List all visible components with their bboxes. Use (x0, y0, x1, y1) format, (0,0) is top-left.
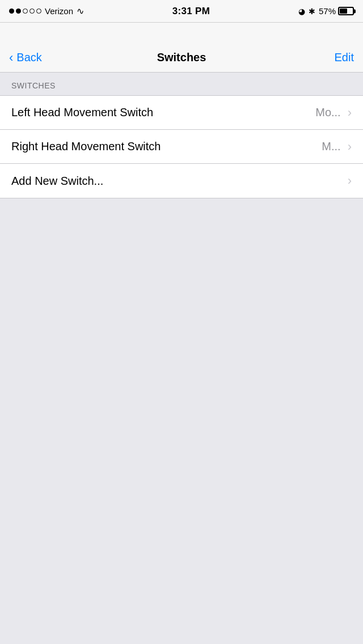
list-item-right: Mo... › (315, 106, 352, 119)
list-item-left: Right Head Movement Switch (11, 140, 322, 153)
battery-fill (340, 9, 347, 14)
battery-percent: 57% (319, 6, 336, 16)
back-label: Back (16, 51, 41, 64)
chevron-right-icon: › (348, 107, 352, 119)
bluetooth-icon: ✱ (309, 7, 315, 16)
signal-strength (9, 9, 41, 14)
signal-dot-2 (16, 9, 21, 14)
switches-list: Left Head Movement Switch Mo... › Right … (0, 95, 363, 198)
back-button[interactable]: ‹ Back (9, 51, 54, 64)
list-item-title: Right Head Movement Switch (11, 140, 161, 153)
list-item-title: Left Head Movement Switch (11, 106, 153, 119)
list-item[interactable]: Left Head Movement Switch Mo... › (0, 96, 363, 130)
status-time: 3:31 PM (172, 6, 210, 17)
nav-bar: ‹ Back Switches Edit (0, 23, 363, 73)
list-item-right: M... › (322, 140, 352, 153)
back-chevron-icon: ‹ (9, 52, 13, 64)
list-item-value: Mo... (315, 106, 340, 119)
battery-icon (338, 7, 354, 15)
background-area (0, 198, 363, 643)
edit-button[interactable]: Edit (309, 51, 354, 64)
signal-dot-4 (29, 9, 35, 14)
list-item-right: › (348, 175, 352, 187)
signal-dot-1 (9, 9, 14, 14)
page-title: Switches (54, 51, 309, 64)
signal-dot-5 (36, 9, 41, 14)
list-item[interactable]: Right Head Movement Switch M... › (0, 130, 363, 164)
section-header: SWITCHES (0, 73, 363, 95)
add-new-switch-label: Add New Switch... (11, 175, 103, 188)
add-new-switch-item[interactable]: Add New Switch... › (0, 164, 363, 198)
status-left: Verizon ∿ (9, 6, 84, 16)
carrier-name: Verizon (45, 6, 73, 16)
status-bar: Verizon ∿ 3:31 PM ◕ ✱ 57% (0, 0, 363, 23)
battery: 57% (319, 6, 354, 16)
list-item-left: Add New Switch... (11, 175, 348, 188)
lock-icon: ◕ (298, 7, 305, 16)
section-header-text: SWITCHES (11, 81, 56, 90)
chevron-right-icon: › (348, 141, 352, 153)
status-right: ◕ ✱ 57% (298, 6, 354, 16)
signal-dot-3 (23, 9, 28, 14)
wifi-icon: ∿ (77, 6, 84, 16)
list-item-value: M... (322, 140, 340, 153)
chevron-right-icon: › (348, 175, 352, 187)
list-item-left: Left Head Movement Switch (11, 106, 315, 119)
